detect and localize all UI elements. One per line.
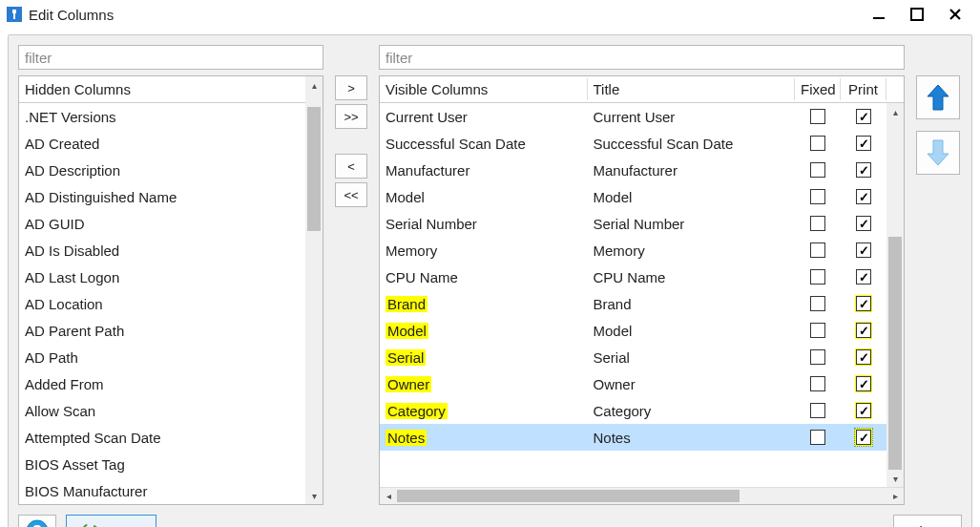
print-checkbox[interactable]	[856, 296, 871, 311]
col-header-name[interactable]: Visible Columns	[380, 78, 588, 100]
minimize-button[interactable]	[860, 0, 898, 29]
fixed-checkbox[interactable]	[810, 216, 825, 231]
visible-column-row[interactable]: MemoryMemory	[380, 237, 886, 264]
col-header-title[interactable]: Title	[588, 78, 796, 100]
row-title[interactable]: Brand	[588, 294, 796, 314]
hidden-column-item[interactable]: AD Path	[19, 344, 305, 370]
hidden-column-item[interactable]: .NET Versions	[19, 103, 305, 130]
row-title[interactable]: Serial	[588, 348, 796, 368]
print-checkbox[interactable]	[856, 162, 871, 178]
scroll-down-icon[interactable]: ▾	[886, 470, 904, 487]
visible-column-row[interactable]: Successful Scan DateSuccessful Scan Date	[380, 130, 886, 157]
hidden-column-item[interactable]: BIOS Manufacturer	[19, 477, 305, 504]
print-checkbox[interactable]	[856, 242, 871, 258]
visible-column-row[interactable]: ManufacturerManufacturer	[380, 157, 886, 183]
print-checkbox[interactable]	[856, 109, 871, 124]
hidden-column-item[interactable]: AD Description	[19, 157, 305, 183]
close-button[interactable]: Close	[893, 515, 962, 527]
visible-column-row[interactable]: Current UserCurrent User	[380, 103, 886, 130]
fixed-checkbox[interactable]	[810, 136, 825, 151]
hidden-filter-input[interactable]	[18, 45, 323, 70]
row-title[interactable]: Owner	[588, 374, 796, 394]
print-checkbox[interactable]	[856, 349, 871, 365]
add-all-button[interactable]: >>	[335, 104, 367, 129]
visible-columns-table[interactable]: Visible Columns Title Fixed Print Curren…	[379, 75, 905, 505]
move-down-button[interactable]	[916, 131, 960, 175]
hidden-column-item[interactable]: Attempted Scan Date	[19, 424, 305, 451]
fixed-checkbox[interactable]	[810, 323, 825, 338]
row-title[interactable]: Serial Number	[588, 214, 796, 234]
hidden-column-item[interactable]: Added From	[19, 370, 305, 397]
visible-scrollbar[interactable]: ▴ ▾	[886, 103, 904, 487]
scroll-up-icon[interactable]: ▴	[886, 103, 904, 120]
visible-column-row[interactable]: SerialSerial	[380, 344, 886, 370]
scroll-left-icon[interactable]: ◂	[380, 491, 397, 501]
hidden-column-item[interactable]: AD Location	[19, 290, 305, 317]
close-window-button[interactable]	[936, 0, 974, 29]
hidden-column-item[interactable]: Allow Scan	[19, 397, 305, 424]
fixed-checkbox[interactable]	[810, 403, 825, 418]
hscroll-thumb[interactable]	[397, 490, 740, 502]
scroll-up-icon[interactable]: ▴	[305, 76, 323, 94]
print-checkbox[interactable]	[856, 430, 871, 445]
print-checkbox[interactable]	[856, 269, 871, 285]
visible-column-row[interactable]: CPU NameCPU Name	[380, 264, 886, 290]
scroll-right-icon[interactable]: ▸	[886, 491, 904, 501]
help-button[interactable]: ?	[18, 515, 56, 527]
row-title[interactable]: CPU Name	[588, 267, 796, 287]
row-title[interactable]: Model	[588, 321, 796, 341]
row-title[interactable]: Memory	[588, 241, 796, 261]
fixed-checkbox[interactable]	[810, 109, 825, 124]
fixed-checkbox[interactable]	[810, 189, 825, 204]
row-title[interactable]: Manufacturer	[588, 160, 796, 180]
visible-column-row[interactable]: ModelModel	[380, 183, 886, 210]
visible-column-row[interactable]: CategoryCategory	[380, 397, 886, 424]
print-checkbox[interactable]	[856, 189, 871, 204]
hidden-column-item[interactable]: AD Created	[19, 130, 305, 157]
visible-column-row[interactable]: OwnerOwner	[380, 370, 886, 397]
print-checkbox[interactable]	[856, 136, 871, 151]
fixed-checkbox[interactable]	[810, 162, 825, 178]
row-title[interactable]: Category	[588, 401, 796, 421]
move-up-button[interactable]	[916, 75, 960, 119]
print-checkbox[interactable]	[856, 376, 871, 391]
visible-hscrollbar[interactable]: ◂ ▸	[380, 487, 904, 504]
hidden-column-item[interactable]: BIOS Asset Tag	[19, 451, 305, 477]
col-header-fixed[interactable]: Fixed	[795, 78, 841, 100]
maximize-button[interactable]	[898, 0, 936, 29]
fixed-checkbox[interactable]	[810, 296, 825, 311]
col-header-print[interactable]: Print	[841, 78, 886, 100]
fixed-checkbox[interactable]	[810, 269, 825, 285]
visible-filter-input[interactable]	[379, 45, 905, 70]
remove-all-button[interactable]: <<	[335, 182, 367, 207]
scroll-thumb[interactable]	[307, 107, 321, 231]
hidden-columns-header[interactable]: Hidden Columns	[19, 76, 305, 103]
visible-column-row[interactable]: ModelModel	[380, 317, 886, 344]
hidden-column-item[interactable]: AD Parent Path	[19, 317, 305, 344]
row-title[interactable]: Current User	[588, 107, 796, 127]
row-title[interactable]: Notes	[588, 428, 796, 448]
row-title[interactable]: Successful Scan Date	[588, 134, 796, 154]
scroll-thumb[interactable]	[888, 237, 902, 470]
remove-one-button[interactable]: <	[335, 154, 367, 179]
fixed-checkbox[interactable]	[810, 430, 825, 445]
hidden-scrollbar[interactable]: ▴ ▾	[305, 76, 323, 504]
reset-button[interactable]: Reset	[66, 515, 156, 527]
hidden-columns-list[interactable]: Hidden Columns.NET VersionsAD CreatedAD …	[18, 75, 323, 505]
visible-column-row[interactable]: BrandBrand	[380, 290, 886, 317]
print-checkbox[interactable]	[856, 216, 871, 231]
row-title[interactable]: Model	[588, 187, 796, 207]
visible-column-row[interactable]: NotesNotes	[380, 424, 886, 451]
hidden-column-item[interactable]: AD Distinguished Name	[19, 183, 305, 210]
fixed-checkbox[interactable]	[810, 349, 825, 365]
print-checkbox[interactable]	[856, 323, 871, 338]
add-one-button[interactable]: >	[335, 75, 367, 100]
visible-column-row[interactable]: Serial NumberSerial Number	[380, 210, 886, 237]
hidden-column-item[interactable]: AD Last Logon	[19, 264, 305, 290]
fixed-checkbox[interactable]	[810, 242, 825, 258]
hidden-column-item[interactable]: AD Is Disabled	[19, 237, 305, 264]
hidden-column-item[interactable]: AD GUID	[19, 210, 305, 237]
fixed-checkbox[interactable]	[810, 376, 825, 391]
scroll-down-icon[interactable]: ▾	[305, 487, 323, 504]
print-checkbox[interactable]	[856, 403, 871, 418]
